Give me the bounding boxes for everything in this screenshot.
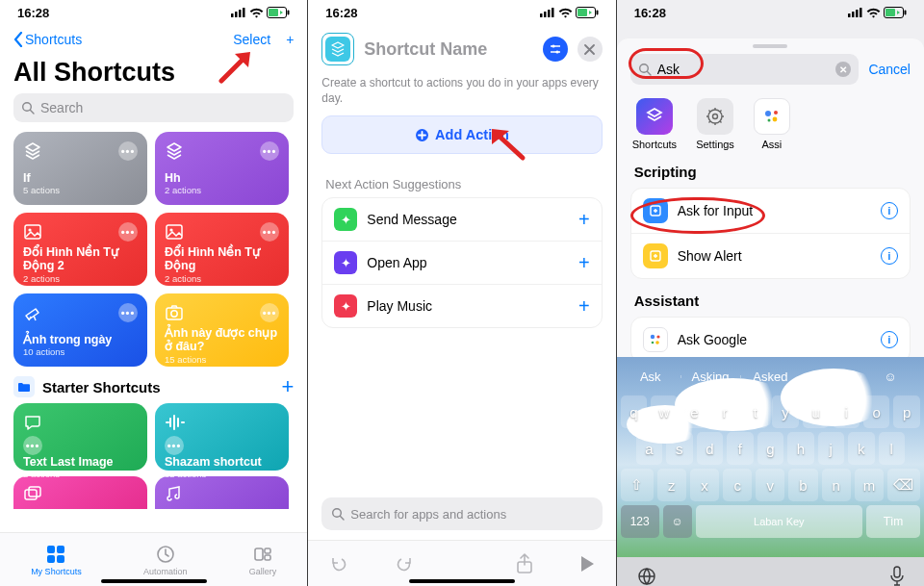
tile-menu-button[interactable]: ••• <box>260 141 279 161</box>
info-button[interactable]: i <box>881 331 898 348</box>
starter-folder-header[interactable]: Starter Shortcuts <box>13 376 161 397</box>
add-shortcut-button[interactable]: + <box>286 33 294 46</box>
add-starter-button[interactable]: + <box>281 376 294 397</box>
key-u[interactable]: u <box>803 395 830 428</box>
play-icon[interactable] <box>579 555 595 573</box>
suggestion-row[interactable]: ✦Play Music+ <box>322 284 601 327</box>
shortcut-tile[interactable] <box>155 476 289 509</box>
info-button[interactable]: i <box>881 247 898 265</box>
tile-menu-button[interactable]: ••• <box>118 141 138 161</box>
info-button[interactable]: i <box>881 202 898 219</box>
layers-icon <box>23 141 42 165</box>
tile-menu-button[interactable]: ••• <box>23 436 42 455</box>
add-suggestion-button[interactable]: + <box>578 295 590 318</box>
suggestion-row[interactable]: ✦Open App+ <box>322 241 601 284</box>
search-field[interactable]: Search <box>13 93 294 122</box>
app-icon <box>697 98 733 135</box>
add-action-button[interactable]: Add Action <box>321 115 602 154</box>
add-suggestion-button[interactable]: + <box>578 209 590 231</box>
key-n[interactable]: n <box>822 469 851 501</box>
settings-button[interactable] <box>543 37 568 62</box>
globe-icon[interactable] <box>636 566 657 586</box>
key-c[interactable]: c <box>723 469 752 501</box>
key-i[interactable]: i <box>833 395 860 428</box>
key-l[interactable]: l <box>879 432 905 465</box>
shortcut-tile[interactable]: •••Hh2 actions <box>155 132 289 205</box>
shortcut-tile[interactable]: •••Ảnh này được chụp ở đâu?15 actions <box>155 293 289 367</box>
tab-automation[interactable]: Automation <box>143 544 188 576</box>
tile-menu-button[interactable]: ••• <box>165 436 184 455</box>
shortcut-tile[interactable]: •••Text Last Image2 actions <box>13 403 147 471</box>
key-a[interactable]: a <box>636 432 662 465</box>
numeric-key[interactable]: 123 <box>621 505 659 538</box>
kbd-emoji-toggle[interactable]: ☺ <box>860 369 920 384</box>
shortcut-icon-button[interactable] <box>321 33 354 65</box>
key-o[interactable]: o <box>863 395 890 428</box>
app-filter[interactable]: Assi <box>754 98 790 150</box>
action-row[interactable]: Ask for Inputi <box>631 189 910 233</box>
action-row[interactable]: Show Alerti <box>631 233 910 278</box>
kbd-suggestion[interactable]: Asking <box>680 369 740 384</box>
undo-icon[interactable] <box>329 554 348 573</box>
app-filter[interactable]: Shortcuts <box>632 98 677 150</box>
close-button[interactable] <box>578 37 603 62</box>
key-z[interactable]: z <box>657 469 686 501</box>
key-m[interactable]: m <box>855 469 884 501</box>
search-input[interactable] <box>657 62 831 77</box>
tile-menu-button[interactable]: ••• <box>118 222 138 242</box>
key-y[interactable]: y <box>772 395 799 428</box>
add-suggestion-button[interactable]: + <box>578 252 590 274</box>
clear-search-button[interactable]: ✕ <box>835 62 851 77</box>
backspace-key[interactable]: ⌫ <box>887 469 920 501</box>
key-k[interactable]: k <box>848 432 874 465</box>
key-d[interactable]: d <box>697 432 723 465</box>
key-x[interactable]: x <box>690 469 719 501</box>
tile-menu-button[interactable]: ••• <box>260 222 279 242</box>
key-s[interactable]: s <box>666 432 692 465</box>
cancel-button[interactable]: Cancel <box>868 62 911 77</box>
search-icon <box>21 101 35 115</box>
key-w[interactable]: w <box>651 395 678 428</box>
key-b[interactable]: b <box>788 469 817 501</box>
search-field[interactable]: ✕ <box>630 54 860 85</box>
key-q[interactable]: q <box>621 395 648 428</box>
kbd-suggestion[interactable]: Asks <box>800 369 860 384</box>
kbd-suggestion[interactable]: Ask <box>621 369 680 384</box>
tile-menu-button[interactable]: ••• <box>260 303 279 322</box>
key-p[interactable]: p <box>893 395 920 428</box>
tile-menu-button[interactable]: ••• <box>118 303 138 322</box>
shortcut-tile[interactable]: •••Ảnh trong ngày10 actions <box>13 293 147 367</box>
key-v[interactable]: v <box>756 469 784 501</box>
shift-key[interactable]: ⇧ <box>621 469 654 501</box>
key-h[interactable]: h <box>787 432 813 465</box>
back-button[interactable]: Shortcuts <box>13 32 82 47</box>
key-t[interactable]: t <box>742 395 769 428</box>
kbd-suggestion[interactable]: Asked <box>740 369 800 384</box>
action-row[interactable]: Ask Googlei <box>631 318 910 362</box>
sheet-grabber[interactable] <box>753 44 787 48</box>
share-icon[interactable] <box>516 553 533 574</box>
shortcut-tile[interactable]: •••Đổi Hình Nền Tự Động 22 actions <box>13 213 147 286</box>
space-key[interactable]: Laban Key <box>696 505 862 538</box>
emoji-key[interactable]: ☺ <box>663 505 692 538</box>
key-e[interactable]: e <box>681 395 708 428</box>
select-button[interactable]: Select <box>233 32 270 47</box>
shortcut-tile[interactable]: •••If5 actions <box>13 132 147 205</box>
shortcut-name-input[interactable]: Shortcut Name <box>364 39 532 60</box>
key-f[interactable]: f <box>727 432 753 465</box>
shortcut-tile[interactable]: •••Shazam shortcut32 actions <box>155 403 289 471</box>
key-r[interactable]: r <box>711 395 738 428</box>
suggestion-row[interactable]: ✦Send Message+ <box>322 198 601 241</box>
shortcut-tile[interactable]: •••Đổi Hình Nền Tự Động2 actions <box>155 213 289 286</box>
shortcut-tile[interactable] <box>13 476 147 509</box>
redo-icon[interactable] <box>395 554 414 573</box>
key-j[interactable]: j <box>818 432 844 465</box>
tab-gallery[interactable]: Gallery <box>249 544 277 576</box>
actions-search[interactable]: Search for apps and actions <box>321 497 602 530</box>
key-g[interactable]: g <box>757 432 783 465</box>
mic-icon[interactable] <box>889 566 905 586</box>
tab-my-shortcuts[interactable]: My Shortcuts <box>31 544 82 576</box>
app-filter[interactable]: Settings <box>696 98 734 150</box>
status-time: 16:28 <box>634 6 666 20</box>
return-key[interactable]: Tìm <box>866 505 920 538</box>
